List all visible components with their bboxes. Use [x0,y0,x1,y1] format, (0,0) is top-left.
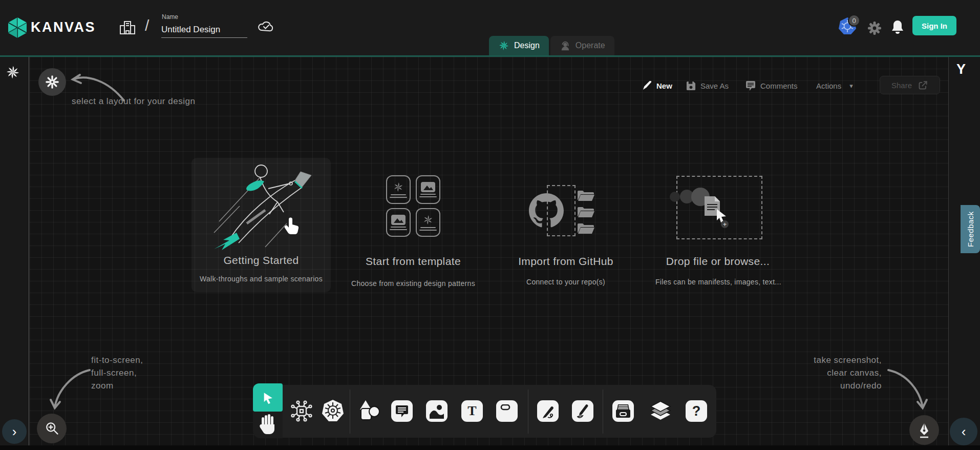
sidebar-spiral-icon[interactable] [5,65,20,80]
zoom-button[interactable] [37,414,67,443]
note-tool-button[interactable] [496,400,518,422]
tab-operate-label: Operate [576,41,605,50]
help-icon: ? [692,403,701,419]
getting-started-illustration [200,161,323,252]
template-tile-image [386,208,411,237]
template-tile-image [416,175,440,204]
pan-tool-button[interactable] [259,413,277,435]
drawer-tool-button[interactable] [612,400,634,422]
comments-button[interactable]: Comments [745,77,798,94]
import-from-github-title: Import from GitHub [512,255,620,268]
organization-icon[interactable] [119,18,136,36]
tab-operate[interactable]: Operate [550,36,614,55]
comment-tool-button[interactable] [391,400,413,422]
design-name-input[interactable] [161,22,247,38]
toolbar-divider [528,390,528,434]
start-from-template-subtitle: Choose from existing design patterns [342,279,485,288]
drop-file-title: Drop file or browse... [663,255,773,268]
notification-count-badge: 0 [848,14,860,27]
shapes-tool-button[interactable] [358,399,380,423]
image-tool-icon [429,403,444,419]
sketch-pencil-icon [576,404,590,418]
spiral-icon [393,181,404,193]
chevron-left-icon: ‹ [962,425,966,438]
layers-icon [649,399,672,423]
notifications-bell-icon[interactable] [891,19,904,35]
github-icon [529,193,564,228]
kubernetes-wheel-icon [321,398,345,423]
layout-asterisk-icon [46,75,59,89]
sketch-tool-button[interactable] [572,400,593,422]
kanvas-logo-icon[interactable] [6,16,29,39]
pencil-icon [642,81,652,91]
getting-started-subtitle: Walk-throughs and sample scenarios [184,275,338,283]
actions-dropdown[interactable]: Actions ▾ [816,77,853,94]
bottom-edge [0,445,980,450]
screenshot-hint-text: take screenshot, clear canvas, undo/redo [804,354,882,392]
layers-tool-button[interactable] [649,399,672,423]
mode-tabs: Design Operate [489,36,614,55]
share-link-icon [918,80,928,90]
comment-icon [745,81,756,91]
drawer-icon [615,403,631,419]
hand-cursor-icon [283,215,300,235]
select-cursor-icon [261,391,274,404]
pen-actions-button[interactable] [909,415,939,445]
save-as-button[interactable]: Save As [686,77,729,94]
pen-tool-icon [541,404,555,418]
zoom-hint-arrow [49,365,92,414]
pan-hand-icon [259,413,277,435]
settings-gear-icon[interactable] [867,21,882,35]
expand-left-panel-button[interactable]: › [2,419,27,444]
image-tool-button[interactable] [426,400,448,422]
kubernetes-tool-button[interactable] [321,398,345,423]
help-tool-button[interactable]: ? [686,400,707,422]
spiral-icon [422,214,434,226]
start-from-template-title: Start from template [357,255,470,268]
caret-down-icon: ▾ [849,82,853,90]
comment-tool-icon [395,405,409,417]
brand-name: KANVAS [31,19,96,35]
component-tool-button[interactable] [290,399,313,423]
image-icon [421,182,435,192]
select-tool-button[interactable] [253,383,283,412]
y-logo-icon[interactable]: Y [956,62,966,77]
save-icon [686,81,696,91]
template-tile-spiral [416,208,440,237]
sign-in-button[interactable]: Sign In [912,16,956,35]
app-header: KANVAS / Name [0,0,980,55]
collapse-right-panel-button[interactable]: ‹ [950,418,977,445]
toolbar-divider [350,390,350,434]
plus-badge: + [721,220,729,228]
tab-design-label: Design [514,41,540,50]
image-icon [391,215,406,225]
screenshot-hint-arrow [886,365,929,414]
share-button[interactable]: Share [880,76,940,94]
note-tool-icon [500,404,514,418]
tab-design[interactable]: Design [489,36,549,55]
new-button[interactable]: New [642,77,672,94]
magnifier-plus-icon [44,421,59,436]
cloud-sync-icon [258,19,275,33]
text-tool-button[interactable]: T [461,400,483,422]
layout-hint-text: select a layout for your design [72,95,195,108]
operate-headset-icon [560,40,571,51]
drop-file-subtitle: Files can be manifests, images, text... [655,278,780,286]
breadcrumb-slash: / [145,17,149,34]
getting-started-card[interactable]: Getting Started Walk-throughs and sample… [191,158,331,292]
import-from-github-subtitle: Connect to your repo(s) [515,278,617,286]
dot-small [670,192,680,202]
layout-select-button[interactable] [38,68,66,96]
text-tool-icon: T [467,403,476,419]
getting-started-title: Getting Started [191,254,331,267]
pen-tool-button[interactable] [537,400,559,422]
component-circuit-icon [290,399,313,423]
repo-folders-icon [577,188,595,237]
feedback-button[interactable]: Feedback [961,205,980,253]
template-tile-spiral [386,175,411,204]
zoom-hint-text: fit-to-screen, full-screen, zoom [91,354,143,392]
left-sidebar [0,57,29,445]
design-name-label: Name [162,13,178,21]
pen-nib-icon [917,422,931,438]
chevron-right-icon: › [12,425,17,438]
